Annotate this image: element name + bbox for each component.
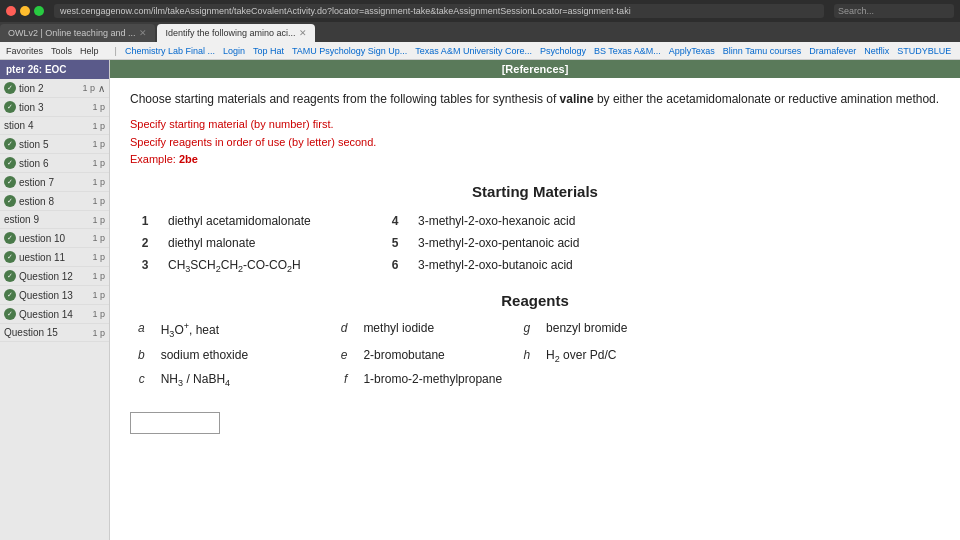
fav-help[interactable]: Help — [80, 46, 99, 56]
sidebar-item-q15[interactable]: Question 15 1 p — [0, 324, 109, 342]
check-icon-q6: ✓ — [4, 157, 16, 169]
table-row: c NH3 / NaBH4 f 1-bromo-2-methylpropane — [130, 368, 940, 392]
sidebar-label-q4: stion 4 — [4, 120, 33, 131]
fav-dramafever[interactable]: Dramafever — [809, 46, 856, 56]
reagent-letter-a: a — [130, 317, 153, 343]
fav-netflix[interactable]: Netflix — [864, 46, 889, 56]
tab-identify-label: Identify the following amino aci... — [165, 28, 295, 38]
search-bar[interactable]: Search... — [834, 4, 954, 18]
sm-num-2: 2 — [130, 232, 160, 254]
tab-bar: OWLv2 | Online teaching and ... ✕ Identi… — [0, 22, 960, 42]
tab-identify-close[interactable]: ✕ — [299, 28, 307, 38]
sidebar-label-q8: estion 8 — [19, 196, 54, 207]
table-row: 3 CH3SCH2CH2-CO-CO2H 6 3-methyl-2-oxo-bu… — [130, 254, 940, 278]
example-line: Example: 2be — [130, 151, 940, 169]
sm-name-4: 3-methyl-2-oxo-hexanoic acid — [410, 210, 940, 232]
starting-materials-title: Starting Materials — [130, 183, 940, 200]
reagent-letter-f: f — [333, 368, 356, 392]
sidebar-label-q7: estion 7 — [19, 177, 54, 188]
fav-studyblue[interactable]: STUDYBLUE — [897, 46, 951, 56]
sidebar-label-q3: tion 3 — [19, 102, 43, 113]
check-icon-q10: ✓ — [4, 232, 16, 244]
check-icon-q8: ✓ — [4, 195, 16, 207]
sidebar-points-q9: 1 p — [92, 215, 105, 225]
fav-bs-texas[interactable]: BS Texas A&M... — [594, 46, 661, 56]
main-container: pter 26: EOC ✓ tion 2 1 p ∧ ✓ tion 3 1 p… — [0, 60, 960, 540]
sidebar-item-q9[interactable]: estion 9 1 p — [0, 211, 109, 229]
sidebar-item-q13[interactable]: ✓ Question 13 1 p — [0, 286, 109, 305]
check-icon-q3: ✓ — [4, 101, 16, 113]
sidebar-label-q5: stion 5 — [19, 139, 48, 150]
sidebar-item-q12[interactable]: ✓ Question 12 1 p — [0, 267, 109, 286]
table-row: 2 diethyl malonate 5 3-methyl-2-oxo-pent… — [130, 232, 940, 254]
instruction-line2: Specify reagents in order of use (by let… — [130, 134, 940, 152]
example-value: 2be — [179, 153, 198, 165]
sidebar-points-q15: 1 p — [92, 328, 105, 338]
fav-tamu-psych[interactable]: TAMU Psychology Sign Up... — [292, 46, 407, 56]
sm-num-5: 5 — [380, 232, 410, 254]
check-icon-q11: ✓ — [4, 251, 16, 263]
sidebar-item-q14[interactable]: ✓ Question 14 1 p — [0, 305, 109, 324]
sidebar-label-q9: estion 9 — [4, 214, 39, 225]
maximize-btn[interactable] — [34, 6, 44, 16]
example-label: Example: — [130, 153, 176, 165]
sidebar-item-q6[interactable]: ✓ stion 6 1 p — [0, 154, 109, 173]
fav-top-hat[interactable]: Top Hat — [253, 46, 284, 56]
reagent-name-d: methyl iodide — [355, 317, 515, 343]
fav-apply-texas[interactable]: ApplyTexas — [669, 46, 715, 56]
sidebar-points-q3: 1 p — [92, 102, 105, 112]
tab-owlv2-close[interactable]: ✕ — [139, 28, 147, 38]
fav-login[interactable]: Login — [223, 46, 245, 56]
sm-name-1: diethyl acetamidomalonate — [160, 210, 380, 232]
valine-word: valine — [560, 92, 594, 106]
minimize-btn[interactable] — [20, 6, 30, 16]
sidebar-label-q15: Question 15 — [4, 327, 58, 338]
sidebar-points-q11: 1 p — [92, 252, 105, 262]
reagent-letter-c: c — [130, 368, 153, 392]
fav-tools[interactable]: Tools — [51, 46, 72, 56]
sidebar-points-q5: 1 p — [92, 139, 105, 149]
fav-texas-am[interactable]: Texas A&M University Core... — [415, 46, 532, 56]
tab-owlv2[interactable]: OWLv2 | Online teaching and ... ✕ — [0, 24, 155, 42]
sidebar-item-q10[interactable]: ✓ uestion 10 1 p — [0, 229, 109, 248]
sidebar-item-q5[interactable]: ✓ stion 5 1 p — [0, 135, 109, 154]
sidebar-points-q12: 1 p — [92, 271, 105, 281]
sidebar-item-q7[interactable]: ✓ estion 7 1 p — [0, 173, 109, 192]
sidebar-item-q11[interactable]: ✓ uestion 11 1 p — [0, 248, 109, 267]
sm-name-3: CH3SCH2CH2-CO-CO2H — [160, 254, 380, 278]
close-btn[interactable] — [6, 6, 16, 16]
sm-num-3: 3 — [130, 254, 160, 278]
reagent-letter-b: b — [130, 344, 153, 368]
content-area: [References] Choose starting materials a… — [110, 60, 960, 540]
answer-input[interactable] — [130, 412, 220, 434]
fav-favorites[interactable]: Favorites — [6, 46, 43, 56]
reagents-table: a H3O+, heat d methyl iodide g benzyl br… — [130, 317, 940, 392]
sm-name-6: 3-methyl-2-oxo-butanoic acid — [410, 254, 940, 278]
sidebar-item-q2[interactable]: ✓ tion 2 1 p ∧ — [0, 79, 109, 98]
reagent-name-b: sodium ethoxide — [153, 344, 333, 368]
sm-num-6: 6 — [380, 254, 410, 278]
url-bar[interactable]: west.cengagenow.com/ilm/takeAssignment/t… — [54, 4, 824, 18]
check-icon-q12: ✓ — [4, 270, 16, 282]
reagent-letter-h: h — [515, 344, 538, 368]
references-bar[interactable]: [References] — [110, 60, 960, 78]
tab-identify[interactable]: Identify the following amino aci... ✕ — [157, 24, 315, 42]
fav-blinn[interactable]: Blinn Tamu courses — [723, 46, 801, 56]
sm-name-5: 3-methyl-2-oxo-pentanoic acid — [410, 232, 940, 254]
sidebar-item-q4[interactable]: stion 4 1 p — [0, 117, 109, 135]
fav-psychology[interactable]: Psychology — [540, 46, 586, 56]
browser-chrome: west.cengagenow.com/ilm/takeAssignment/t… — [0, 0, 960, 22]
sm-name-2: diethyl malonate — [160, 232, 380, 254]
sidebar-points-q14: 1 p — [92, 309, 105, 319]
sidebar-label-q12: Question 12 — [19, 271, 73, 282]
table-row: 1 diethyl acetamidomalonate 4 3-methyl-2… — [130, 210, 940, 232]
reagents-title: Reagents — [130, 292, 940, 309]
instruction-line1: Specify starting material (by number) fi… — [130, 116, 940, 134]
sidebar-item-q3[interactable]: ✓ tion 3 1 p — [0, 98, 109, 117]
reagent-letter-d: d — [333, 317, 356, 343]
sidebar-item-q8[interactable]: ✓ estion 8 1 p — [0, 192, 109, 211]
reagent-name-f: 1-bromo-2-methylpropane — [355, 368, 515, 392]
reagent-name-a: H3O+, heat — [153, 317, 333, 343]
fav-chem-lab[interactable]: Chemistry Lab Final ... — [125, 46, 215, 56]
intro-text: Choose starting materials and reagents f… — [130, 90, 940, 108]
